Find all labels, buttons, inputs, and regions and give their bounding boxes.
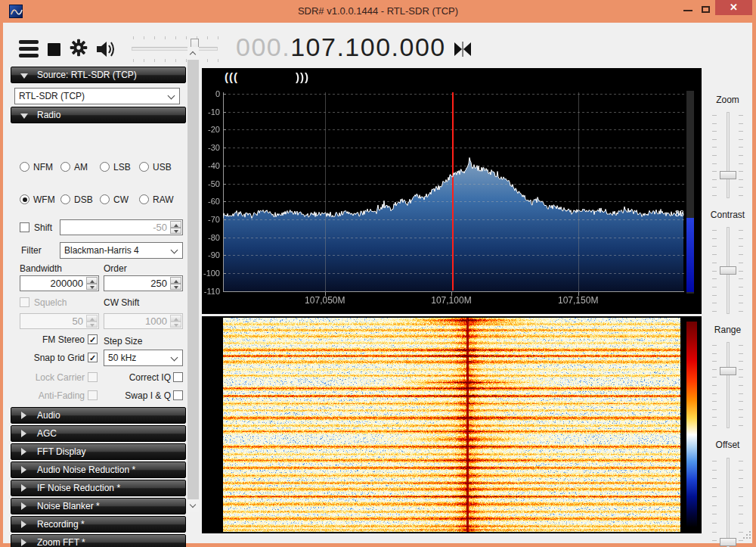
step-size-dropdown[interactable]: 50 kHz	[104, 350, 183, 366]
panel-header-zoom-fft[interactable]: Zoom FFT *	[11, 534, 186, 547]
scroll-down-arrow[interactable]	[187, 499, 199, 512]
shift-checkbox[interactable]	[20, 222, 29, 232]
spectrum-canvas[interactable]	[223, 89, 684, 298]
mode-label-dsb: DSB	[74, 194, 93, 205]
snr-value: 36	[663, 209, 684, 218]
collapse-triangle-icon	[20, 73, 28, 79]
frequency-value: 107.100.000	[290, 33, 446, 61]
db-tick-label: 0	[202, 89, 220, 98]
resize-grip[interactable]	[743, 531, 752, 540]
speaker-volume-icon[interactable]	[96, 39, 120, 62]
offset-slider-track[interactable]	[727, 458, 730, 547]
shift-spinner[interactable]	[170, 221, 181, 234]
filter-dropdown[interactable]: Blackman-Harris 4	[60, 242, 183, 259]
mode-radio-raw[interactable]	[139, 194, 149, 204]
db-tick-label: -50	[202, 179, 220, 188]
source-dropdown[interactable]: RTL-SDR (TCP)	[14, 88, 180, 104]
panel-header-source[interactable]: Source: RTL-SDR (TCP)	[11, 67, 186, 83]
panel-header-if-noise-reduction[interactable]: IF Noise Reduction *	[11, 480, 186, 496]
client-area: 000.107.100.000 Source: RTL-SDR (TCP) RT…	[3, 23, 752, 543]
stop-button[interactable]	[48, 43, 60, 56]
fm-stereo-checkbox[interactable]	[88, 334, 98, 344]
bandwidth-label: Bandwidth	[20, 263, 62, 274]
cw-shift-input: 1000	[104, 313, 183, 329]
mode-radio-nfm[interactable]	[20, 162, 29, 172]
range-slider-thumb[interactable]	[720, 367, 736, 375]
mode-radio-usb[interactable]	[139, 162, 149, 172]
panel-header-radio[interactable]: Radio	[11, 107, 186, 123]
panel-header-recording[interactable]: Recording *	[11, 516, 186, 533]
collapse-triangle-icon	[20, 113, 28, 119]
zoom-slider[interactable]	[703, 112, 752, 198]
panel-header-noise-blanker[interactable]: Noise Blanker *	[11, 498, 186, 514]
anti-fading-checkbox	[88, 390, 98, 400]
expand-triangle-icon	[21, 539, 26, 546]
lock-carrier-label: Lock Carrier	[11, 372, 85, 383]
squelch-spinner	[86, 315, 98, 328]
panel-header-fft-display[interactable]: FFT Display	[11, 443, 186, 460]
bandwidth-spinner[interactable]	[86, 277, 98, 290]
maximize-button[interactable]	[697, 0, 715, 15]
offset-slider-thumb[interactable]	[720, 538, 736, 546]
waterfall-panel[interactable]	[202, 316, 702, 533]
panel-header-label: Source: RTL-SDR (TCP)	[37, 67, 137, 83]
mode-label-nfm: NFM	[33, 162, 53, 172]
range-slider[interactable]	[703, 342, 752, 428]
sidebar-scrollbar[interactable]	[187, 47, 199, 512]
panel-header-audio-noise-reduction[interactable]: Audio Noise Reduction *	[11, 462, 186, 478]
swap-iq-checkbox[interactable]	[173, 390, 183, 400]
minimize-button[interactable]	[679, 0, 697, 15]
order-spinner[interactable]	[170, 277, 181, 290]
close-button[interactable]: ✕	[715, 0, 752, 15]
zoom-slider-track[interactable]	[727, 112, 730, 198]
stereo-indicator-right: )))	[296, 70, 309, 83]
volume-slider[interactable]	[130, 36, 221, 63]
spectrum-panel[interactable]: ((( ))) 0-10-20-30-40-50-60-70-80-90-100…	[202, 68, 702, 314]
mode-radio-cw[interactable]	[100, 194, 110, 204]
range-slider-track[interactable]	[727, 342, 730, 428]
settings-gear-icon[interactable]	[70, 39, 88, 60]
bandwidth-input[interactable]: 200000	[20, 275, 99, 291]
title-bar[interactable]: SDR# v1.0.0.1444 - RTL-SDR (TCP) ✕	[0, 0, 756, 23]
frequency-display[interactable]: 000.107.100.000	[236, 33, 446, 62]
snap-to-grid-checkbox[interactable]	[88, 353, 98, 362]
menu-button[interactable]	[19, 40, 39, 57]
snap-to-center-icon[interactable]	[452, 41, 473, 61]
squelch-input: 50	[20, 313, 99, 329]
panel-header-label: Audio	[37, 408, 60, 424]
signal-meter-fill	[686, 218, 694, 292]
db-tick-label: -110	[202, 287, 220, 296]
order-input[interactable]: 250	[104, 275, 183, 291]
expand-triangle-icon	[21, 502, 26, 510]
offset-slider-label: Offset	[703, 440, 752, 450]
waterfall-canvas[interactable]	[223, 318, 680, 532]
mode-radio-wfm[interactable]	[20, 194, 29, 204]
scrollbar-thumb[interactable]	[187, 60, 199, 499]
scroll-up-arrow[interactable]	[187, 47, 199, 60]
volume-slider-track[interactable]	[132, 47, 218, 51]
range-slider-label: Range	[703, 325, 752, 335]
contrast-slider-thumb[interactable]	[720, 266, 736, 275]
correct-iq-checkbox[interactable]	[173, 372, 183, 382]
mode-radio-dsb[interactable]	[60, 194, 70, 204]
stereo-indicator-left: (((	[225, 70, 238, 83]
db-tick-label: -10	[202, 107, 220, 117]
step-size-value: 50 kHz	[108, 353, 136, 363]
mode-radio-lsb[interactable]	[100, 162, 110, 172]
shift-input[interactable]: -50	[60, 219, 183, 235]
mode-radio-am[interactable]	[60, 162, 70, 172]
mode-label-usb: USB	[153, 162, 172, 172]
chevron-down-icon	[171, 354, 178, 362]
panel-header-audio[interactable]: Audio	[11, 407, 186, 424]
db-tick-label: -100	[202, 269, 220, 278]
frequency-tick-label: 107,050M	[305, 295, 345, 306]
panel-header-label: Radio	[37, 107, 60, 123]
panel-header-agc[interactable]: AGC	[11, 425, 186, 442]
panel-header-label: AGC	[37, 426, 57, 442]
zoom-slider-thumb[interactable]	[720, 171, 736, 179]
expand-triangle-icon	[21, 484, 26, 492]
db-tick-label: -70	[202, 215, 220, 224]
contrast-slider[interactable]	[703, 227, 752, 314]
window-title: SDR# v1.0.0.1444 - RTL-SDR (TCP)	[0, 0, 756, 23]
order-label: Order	[104, 263, 127, 274]
